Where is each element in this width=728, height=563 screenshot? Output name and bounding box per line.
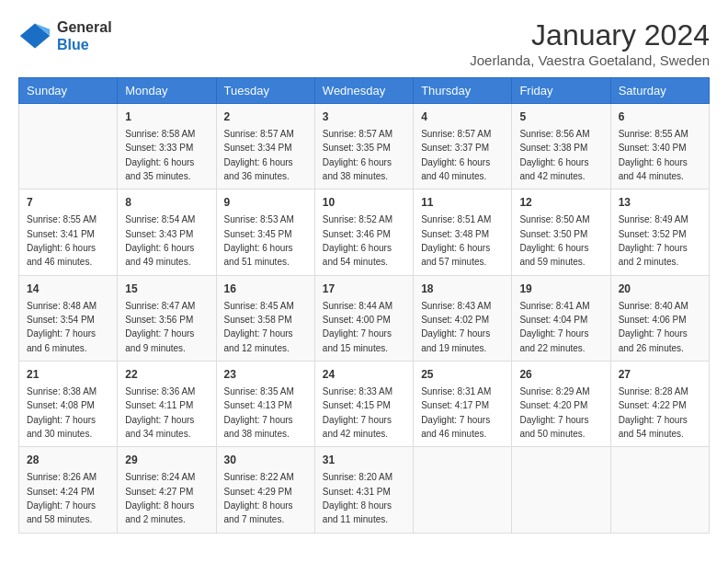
- day-number: 11: [421, 195, 504, 211]
- day-info: Sunrise: 8:56 AM Sunset: 3:38 PM Dayligh…: [519, 129, 589, 181]
- calendar-day-cell: 25Sunrise: 8:31 AM Sunset: 4:17 PM Dayli…: [414, 362, 512, 447]
- calendar-day-cell: 29Sunrise: 8:24 AM Sunset: 4:27 PM Dayli…: [118, 447, 216, 533]
- calendar-day-cell: 4Sunrise: 8:57 AM Sunset: 3:37 PM Daylig…: [414, 104, 512, 190]
- weekday-header: Saturday: [610, 78, 709, 104]
- calendar-day-cell: 30Sunrise: 8:22 AM Sunset: 4:29 PM Dayli…: [216, 447, 314, 533]
- day-info: Sunrise: 8:57 AM Sunset: 3:34 PM Dayligh…: [224, 129, 294, 181]
- day-number: 14: [27, 282, 109, 297]
- day-info: Sunrise: 8:48 AM Sunset: 3:54 PM Dayligh…: [27, 301, 97, 353]
- day-number: 16: [224, 282, 307, 297]
- svg-marker-0: [20, 24, 50, 49]
- day-info: Sunrise: 8:28 AM Sunset: 4:22 PM Dayligh…: [619, 386, 688, 439]
- day-number: 19: [519, 282, 602, 297]
- day-info: Sunrise: 8:26 AM Sunset: 4:24 PM Dayligh…: [27, 472, 97, 524]
- calendar-day-cell: 3Sunrise: 8:57 AM Sunset: 3:35 PM Daylig…: [314, 104, 413, 190]
- day-info: Sunrise: 8:29 AM Sunset: 4:20 PM Dayligh…: [519, 386, 589, 439]
- calendar-day-cell: 26Sunrise: 8:29 AM Sunset: 4:20 PM Dayli…: [512, 362, 610, 447]
- weekday-header-row: SundayMondayTuesdayWednesdayThursdayFrid…: [19, 78, 710, 104]
- calendar-day-cell: 8Sunrise: 8:54 AM Sunset: 3:43 PM Daylig…: [118, 190, 216, 275]
- day-number: 2: [224, 109, 307, 125]
- day-info: Sunrise: 8:55 AM Sunset: 3:40 PM Dayligh…: [619, 129, 688, 181]
- day-number: 25: [421, 367, 504, 383]
- day-number: 28: [27, 453, 109, 468]
- day-number: 10: [323, 195, 405, 211]
- weekday-header: Tuesday: [216, 78, 314, 104]
- day-info: Sunrise: 8:57 AM Sunset: 3:37 PM Dayligh…: [421, 129, 491, 181]
- day-info: Sunrise: 8:38 AM Sunset: 4:08 PM Dayligh…: [27, 386, 97, 439]
- day-info: Sunrise: 8:24 AM Sunset: 4:27 PM Dayligh…: [125, 472, 195, 524]
- day-info: Sunrise: 8:41 AM Sunset: 4:04 PM Dayligh…: [519, 301, 589, 353]
- day-info: Sunrise: 8:22 AM Sunset: 4:29 PM Dayligh…: [224, 472, 294, 524]
- calendar-day-cell: 6Sunrise: 8:55 AM Sunset: 3:40 PM Daylig…: [610, 104, 709, 190]
- day-info: Sunrise: 8:58 AM Sunset: 3:33 PM Dayligh…: [125, 129, 195, 181]
- calendar-week-row: 1Sunrise: 8:58 AM Sunset: 3:33 PM Daylig…: [19, 104, 710, 190]
- title-block: January 2024 Joerlanda, Vaestra Goetalan…: [470, 18, 710, 68]
- calendar-day-cell: [610, 447, 709, 533]
- calendar-day-cell: 28Sunrise: 8:26 AM Sunset: 4:24 PM Dayli…: [19, 447, 118, 533]
- day-number: 5: [519, 109, 602, 125]
- logo: General Blue: [18, 18, 112, 53]
- weekday-header: Friday: [512, 78, 610, 104]
- day-number: 15: [125, 282, 208, 297]
- weekday-header: Monday: [118, 78, 216, 104]
- calendar-day-cell: [19, 104, 118, 190]
- weekday-header: Thursday: [414, 78, 512, 104]
- calendar-day-cell: 13Sunrise: 8:49 AM Sunset: 3:52 PM Dayli…: [610, 190, 709, 275]
- day-number: 21: [27, 367, 109, 383]
- day-number: 9: [224, 195, 307, 211]
- day-info: Sunrise: 8:53 AM Sunset: 3:45 PM Dayligh…: [224, 214, 294, 267]
- calendar-day-cell: 23Sunrise: 8:35 AM Sunset: 4:13 PM Dayli…: [216, 362, 314, 447]
- day-info: Sunrise: 8:44 AM Sunset: 4:00 PM Dayligh…: [323, 301, 392, 353]
- calendar-day-cell: 1Sunrise: 8:58 AM Sunset: 3:33 PM Daylig…: [118, 104, 216, 190]
- calendar-table: SundayMondayTuesdayWednesdayThursdayFrid…: [18, 77, 710, 534]
- calendar-day-cell: 20Sunrise: 8:40 AM Sunset: 4:06 PM Dayli…: [610, 275, 709, 361]
- calendar-day-cell: 22Sunrise: 8:36 AM Sunset: 4:11 PM Dayli…: [118, 362, 216, 447]
- day-info: Sunrise: 8:54 AM Sunset: 3:43 PM Dayligh…: [125, 214, 195, 267]
- day-number: 17: [323, 282, 405, 297]
- day-info: Sunrise: 8:20 AM Sunset: 4:31 PM Dayligh…: [323, 472, 392, 524]
- calendar-day-cell: 5Sunrise: 8:56 AM Sunset: 3:38 PM Daylig…: [512, 104, 610, 190]
- calendar-day-cell: 12Sunrise: 8:50 AM Sunset: 3:50 PM Dayli…: [512, 190, 610, 275]
- calendar-day-cell: 2Sunrise: 8:57 AM Sunset: 3:34 PM Daylig…: [216, 104, 314, 190]
- day-number: 27: [619, 367, 701, 383]
- calendar-day-cell: 16Sunrise: 8:45 AM Sunset: 3:58 PM Dayli…: [216, 275, 314, 361]
- calendar-day-cell: 14Sunrise: 8:48 AM Sunset: 3:54 PM Dayli…: [19, 275, 118, 361]
- day-number: 1: [125, 109, 208, 125]
- logo-text: General Blue: [57, 18, 112, 53]
- calendar-day-cell: 18Sunrise: 8:43 AM Sunset: 4:02 PM Dayli…: [414, 275, 512, 361]
- day-info: Sunrise: 8:57 AM Sunset: 3:35 PM Dayligh…: [323, 129, 392, 181]
- day-number: 7: [27, 195, 109, 211]
- day-number: 31: [323, 453, 405, 468]
- day-number: 13: [619, 195, 701, 211]
- page-header: General Blue January 2024 Joerlanda, Vae…: [18, 18, 710, 68]
- month-title: January 2024: [470, 18, 710, 52]
- calendar-day-cell: 7Sunrise: 8:55 AM Sunset: 3:41 PM Daylig…: [19, 190, 118, 275]
- day-number: 3: [323, 109, 405, 125]
- day-number: 30: [224, 453, 307, 468]
- day-info: Sunrise: 8:31 AM Sunset: 4:17 PM Dayligh…: [421, 386, 491, 439]
- day-info: Sunrise: 8:49 AM Sunset: 3:52 PM Dayligh…: [619, 214, 688, 267]
- calendar-day-cell: 21Sunrise: 8:38 AM Sunset: 4:08 PM Dayli…: [19, 362, 118, 447]
- day-number: 20: [619, 282, 701, 297]
- day-number: 6: [619, 109, 701, 125]
- weekday-header: Sunday: [19, 78, 118, 104]
- day-info: Sunrise: 8:51 AM Sunset: 3:48 PM Dayligh…: [421, 214, 491, 267]
- day-info: Sunrise: 8:50 AM Sunset: 3:50 PM Dayligh…: [519, 214, 589, 267]
- day-info: Sunrise: 8:40 AM Sunset: 4:06 PM Dayligh…: [619, 301, 688, 353]
- calendar-day-cell: 19Sunrise: 8:41 AM Sunset: 4:04 PM Dayli…: [512, 275, 610, 361]
- calendar-day-cell: 15Sunrise: 8:47 AM Sunset: 3:56 PM Dayli…: [118, 275, 216, 361]
- day-number: 8: [125, 195, 208, 211]
- day-info: Sunrise: 8:45 AM Sunset: 3:58 PM Dayligh…: [224, 301, 294, 353]
- day-number: 18: [421, 282, 504, 297]
- calendar-day-cell: 11Sunrise: 8:51 AM Sunset: 3:48 PM Dayli…: [414, 190, 512, 275]
- day-info: Sunrise: 8:33 AM Sunset: 4:15 PM Dayligh…: [323, 386, 392, 439]
- calendar-week-row: 21Sunrise: 8:38 AM Sunset: 4:08 PM Dayli…: [19, 362, 710, 447]
- calendar-day-cell: 31Sunrise: 8:20 AM Sunset: 4:31 PM Dayli…: [314, 447, 413, 533]
- day-info: Sunrise: 8:55 AM Sunset: 3:41 PM Dayligh…: [27, 214, 97, 267]
- calendar-day-cell: 9Sunrise: 8:53 AM Sunset: 3:45 PM Daylig…: [216, 190, 314, 275]
- day-info: Sunrise: 8:47 AM Sunset: 3:56 PM Dayligh…: [125, 301, 195, 353]
- day-number: 12: [519, 195, 602, 211]
- calendar-week-row: 7Sunrise: 8:55 AM Sunset: 3:41 PM Daylig…: [19, 190, 710, 275]
- location: Joerlanda, Vaestra Goetaland, Sweden: [470, 52, 710, 68]
- day-info: Sunrise: 8:35 AM Sunset: 4:13 PM Dayligh…: [224, 386, 294, 439]
